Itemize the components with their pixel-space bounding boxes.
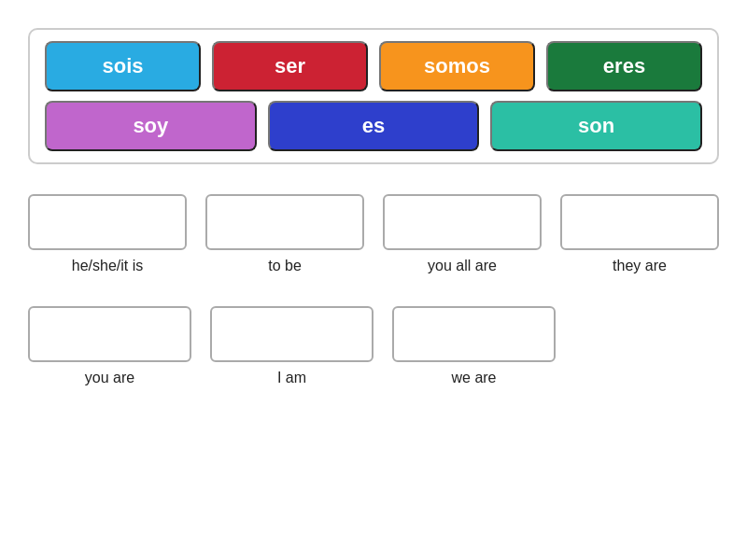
word-tile-son[interactable]: son: [490, 101, 702, 151]
drop-box-dz-youall[interactable]: [383, 194, 542, 250]
drop-item-dz-iam: I am: [210, 306, 374, 386]
drop-section-1: he/she/it isto beyou all arethey are: [28, 194, 719, 280]
word-tile-ser[interactable]: ser: [212, 41, 368, 91]
word-tile-soy[interactable]: soy: [45, 101, 257, 151]
drop-section-2: you areI amwe are: [28, 306, 719, 392]
drop-label-dz-theyare: they are: [613, 258, 667, 274]
word-tile-somos[interactable]: somos: [379, 41, 535, 91]
word-tile-sois[interactable]: sois: [45, 41, 201, 91]
drop-box-dz-theyare[interactable]: [560, 194, 719, 250]
drop-label-dz-iam: I am: [277, 370, 306, 386]
word-bank-row-2: soyesson: [45, 101, 702, 151]
drop-item-dz-heshit: he/she/it is: [28, 194, 187, 274]
drop-label-dz-youall: you all are: [428, 258, 497, 274]
drop-label-dz-tobe: to be: [268, 258, 302, 274]
drop-item-dz-theyare: they are: [560, 194, 719, 274]
word-tile-eres[interactable]: eres: [546, 41, 702, 91]
drop-row-2-spacer: [574, 306, 738, 386]
drop-item-dz-youare: you are: [28, 306, 191, 386]
drop-box-dz-youare[interactable]: [28, 306, 191, 362]
drop-label-dz-youare: you are: [85, 370, 134, 386]
word-bank-row-1: soissersomoseres: [45, 41, 702, 91]
drop-row-2: you areI amwe are: [28, 306, 719, 386]
drop-item-dz-tobe: to be: [205, 194, 364, 274]
drop-box-dz-tobe[interactable]: [205, 194, 364, 250]
drop-box-dz-heshit[interactable]: [28, 194, 187, 250]
word-tile-es[interactable]: es: [268, 101, 480, 151]
word-bank: soissersomoseres soyesson: [28, 28, 719, 164]
drop-box-dz-weare[interactable]: [392, 306, 556, 362]
drop-item-dz-youall: you all are: [383, 194, 542, 274]
drop-label-dz-heshit: he/she/it is: [72, 258, 143, 274]
drop-label-dz-weare: we are: [451, 370, 496, 386]
drop-row-1: he/she/it isto beyou all arethey are: [28, 194, 719, 274]
drop-item-dz-weare: we are: [392, 306, 556, 386]
drop-box-dz-iam[interactable]: [210, 306, 374, 362]
